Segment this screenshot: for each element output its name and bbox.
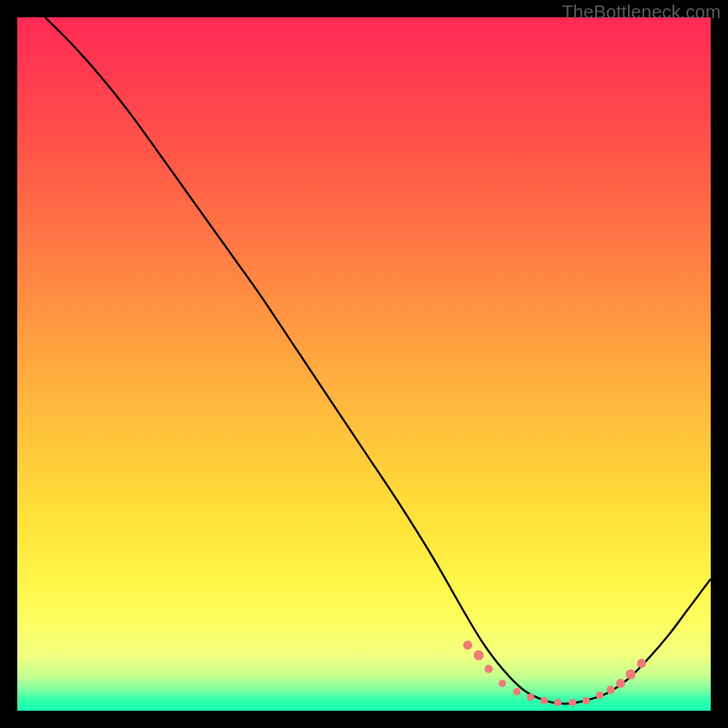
highlighted-range-markers <box>17 17 711 711</box>
marker-point <box>606 686 614 694</box>
watermark-text: TheBottleneck.com <box>561 2 721 23</box>
marker-point <box>637 659 646 668</box>
marker-point <box>582 697 590 704</box>
plot-area <box>17 17 711 711</box>
marker-point <box>485 665 493 673</box>
marker-point <box>463 641 472 650</box>
marker-point <box>626 670 636 680</box>
marker-point <box>596 692 603 699</box>
marker-point <box>554 699 561 706</box>
marker-point <box>569 699 576 706</box>
marker-point <box>513 688 521 695</box>
marker-point <box>527 693 534 701</box>
marker-point <box>616 679 625 688</box>
chart-frame: TheBottleneck.com <box>0 0 728 728</box>
marker-point <box>499 680 506 687</box>
marker-point <box>541 697 548 704</box>
marker-point <box>473 651 483 661</box>
